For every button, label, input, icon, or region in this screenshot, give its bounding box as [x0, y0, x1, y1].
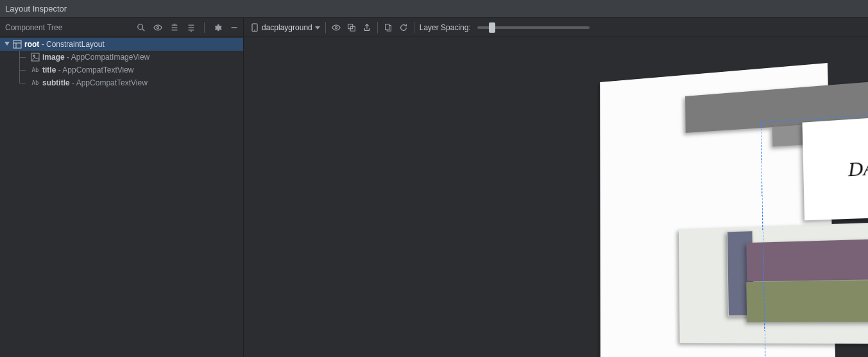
- tree-node-name: image: [42, 53, 65, 62]
- component-tree: root - ConstraintLayout image - AppCompa…: [0, 37, 243, 357]
- export-icon[interactable]: [362, 22, 372, 33]
- component-tree-panel: Component Tree: [0, 18, 244, 357]
- expand-all-icon[interactable]: [169, 22, 180, 33]
- tree-connector: [19, 76, 28, 89]
- layer-band-bottom[interactable]: [746, 279, 868, 322]
- layer-title-textview[interactable]: DAC Playground: [803, 107, 868, 221]
- textview-icon: Ab: [31, 78, 40, 87]
- tree-item-title[interactable]: Ab title - AppCompatTextView: [0, 64, 243, 76]
- layer-spacing-label: Layer Spacing:: [420, 23, 471, 32]
- tree-node-type: - ConstraintLayout: [42, 40, 105, 49]
- refresh-icon[interactable]: [398, 22, 409, 33]
- toolbar-divider: [325, 22, 326, 33]
- svg-rect-13: [13, 40, 21, 48]
- tree-root-row[interactable]: root - ConstraintLayout: [0, 38, 243, 51]
- tree-node-name: title: [42, 65, 56, 74]
- tree-item-image[interactable]: image - AppCompatImageView: [0, 51, 243, 64]
- toolbar-divider: [204, 22, 205, 33]
- tree-item-subtitle[interactable]: Ab subtitle - AppCompatTextView: [0, 76, 243, 89]
- slider-thumb[interactable]: [489, 22, 495, 33]
- svg-marker-10: [190, 30, 192, 31]
- rendered-title-text: DAC Playground: [847, 149, 868, 180]
- layout-3d-viewport[interactable]: dacplayground Layer Spacing:: [244, 18, 868, 357]
- layer-spacing-slider[interactable]: [477, 26, 590, 29]
- tree-node-type: - AppCompatImageView: [67, 53, 149, 62]
- svg-marker-12: [4, 42, 10, 46]
- tree-node-type: - AppCompatTextView: [58, 65, 134, 74]
- window-title-bar: Layout Inspector: [0, 0, 868, 18]
- toolbar-divider: [377, 22, 378, 33]
- svg-point-21: [335, 26, 337, 28]
- svg-point-0: [138, 24, 143, 29]
- image-icon: [31, 53, 40, 62]
- svg-rect-7: [189, 24, 194, 25]
- chevron-down-icon[interactable]: [4, 40, 10, 49]
- svg-rect-8: [189, 27, 194, 28]
- svg-rect-9: [189, 30, 194, 30]
- eye-icon[interactable]: [153, 22, 163, 33]
- tree-connector: [19, 51, 28, 64]
- 3d-scene[interactable]: DAC Playground: [244, 37, 868, 357]
- visibility-icon[interactable]: [331, 22, 341, 33]
- overlay-icon[interactable]: [346, 22, 357, 33]
- panel-title: Component Tree: [5, 23, 62, 32]
- tree-node-name: subtitle: [42, 78, 70, 87]
- svg-point-17: [33, 55, 35, 57]
- svg-marker-6: [173, 23, 176, 24]
- svg-rect-5: [172, 30, 178, 30]
- snapshot-icon[interactable]: [383, 22, 393, 33]
- device-label: dacplayground: [262, 23, 312, 32]
- search-icon[interactable]: [136, 22, 146, 33]
- layer-band-top[interactable]: [746, 238, 868, 282]
- tree-node-type: - AppCompatTextView: [72, 78, 148, 87]
- svg-line-1: [142, 28, 145, 31]
- textview-icon: Ab: [31, 65, 40, 74]
- svg-rect-3: [172, 24, 178, 25]
- svg-marker-20: [315, 26, 320, 30]
- toolbar-divider: [414, 22, 414, 33]
- gear-icon[interactable]: [212, 22, 223, 33]
- device-selector[interactable]: dacplayground: [250, 23, 320, 32]
- viewer-toolbar: dacplayground Layer Spacing:: [244, 18, 868, 37]
- collapse-all-icon[interactable]: [186, 22, 196, 33]
- tree-connector: [19, 64, 28, 76]
- svg-rect-4: [172, 27, 178, 28]
- tree-node-name: root: [24, 40, 39, 49]
- layout-icon: [13, 40, 22, 49]
- svg-rect-24: [385, 24, 389, 30]
- window-title: Layout Inspector: [5, 4, 67, 13]
- minimize-icon[interactable]: [229, 22, 239, 33]
- svg-point-2: [157, 26, 158, 28]
